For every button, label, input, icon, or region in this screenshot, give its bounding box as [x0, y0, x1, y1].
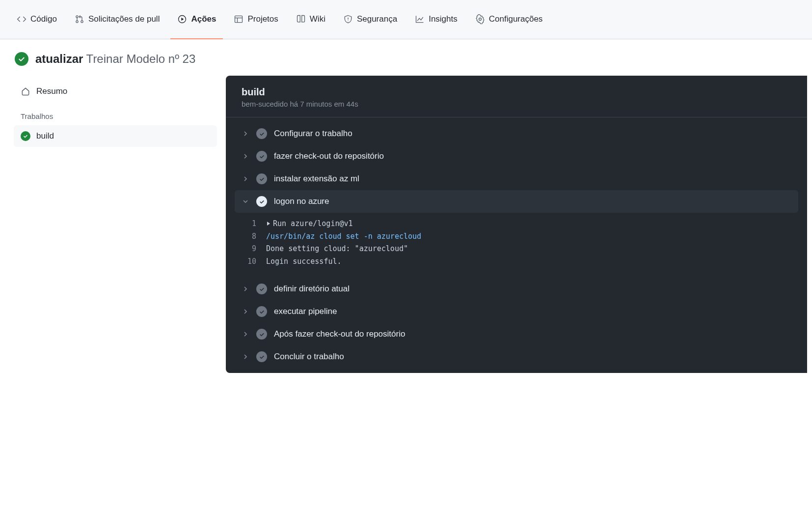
home-icon	[21, 86, 30, 96]
step-row[interactable]: definir diretório atual	[235, 278, 798, 300]
run-title: atualizar Treinar Modelo nº 23	[35, 52, 195, 66]
chevron-right-icon	[242, 330, 249, 338]
panel-title: build	[242, 86, 791, 98]
caret-right-icon[interactable]	[266, 218, 271, 230]
tab-security[interactable]: Segurança	[336, 0, 404, 39]
step-row[interactable]: executar pipeline	[235, 300, 798, 323]
shield-icon	[343, 14, 353, 24]
step-row[interactable]: logon no azure	[235, 190, 798, 213]
tab-label: Projetos	[247, 14, 278, 24]
step-success-icon	[256, 196, 267, 207]
nav-tabs: Código Solicitações de pull Ações Projet…	[10, 0, 549, 39]
chevron-down-icon	[242, 198, 249, 205]
chevron-right-icon	[242, 353, 249, 361]
gear-icon	[475, 14, 485, 24]
log-line-text: /usr/bin/az cloud set -n azurecloud	[266, 230, 421, 243]
project-icon	[234, 14, 244, 24]
tab-projects[interactable]: Projetos	[227, 0, 285, 39]
step-row[interactable]: instalar extensão az ml	[235, 168, 798, 190]
svg-point-2	[81, 20, 83, 22]
tab-label: Solicitações de pull	[88, 14, 160, 24]
sidebar-summary[interactable]: Resumo	[14, 81, 217, 102]
log-output: 1 Run azure/login@v18/usr/bin/az cloud s…	[235, 213, 798, 278]
step-label: instalar extensão az ml	[274, 174, 359, 184]
sidebar-job-build[interactable]: build	[14, 125, 217, 147]
step-success-icon	[256, 351, 267, 362]
tab-pull-requests[interactable]: Solicitações de pull	[68, 0, 167, 39]
step-success-icon	[256, 173, 267, 184]
panel-subtitle: bem-sucedido há 7 minutos em 44s	[242, 100, 791, 108]
svg-point-9	[348, 20, 348, 21]
svg-rect-5	[235, 16, 243, 22]
step-row[interactable]: Concluir o trabalho	[235, 345, 798, 368]
run-title-rest: Treinar Modelo nº 23	[86, 52, 196, 65]
log-line-text: Login successful.	[266, 256, 342, 268]
svg-marker-4	[182, 17, 184, 21]
workflow-run-header: atualizar Treinar Modelo nº 23	[0, 39, 812, 76]
svg-point-10	[479, 18, 481, 20]
run-title-bold: atualizar	[35, 52, 83, 65]
tab-settings[interactable]: Configurações	[468, 0, 550, 39]
tab-label: Ações	[191, 14, 216, 24]
step-success-icon	[256, 128, 267, 139]
main-layout: Resumo Trabalhos build build bem-sucedid…	[0, 76, 812, 373]
log-line-text: Run azure/login@v1	[266, 218, 353, 230]
tab-label: Configurações	[489, 14, 543, 24]
svg-point-0	[76, 15, 78, 17]
tab-code[interactable]: Código	[10, 0, 64, 39]
log-line-number: 1	[242, 218, 256, 230]
step-label: fazer check-out do repositório	[274, 151, 384, 161]
log-line-text: Done setting cloud: "azurecloud"	[266, 243, 408, 256]
sidebar-item-label: Resumo	[36, 86, 67, 96]
chevron-right-icon	[242, 175, 249, 183]
tab-label: Insights	[429, 14, 458, 24]
book-icon	[296, 14, 306, 24]
step-label: definir diretório atual	[274, 284, 350, 294]
sidebar-item-label: build	[36, 131, 54, 141]
tab-label: Wiki	[310, 14, 325, 24]
tab-insights[interactable]: Insights	[408, 0, 464, 39]
step-success-icon	[256, 329, 267, 340]
repo-nav: Código Solicitações de pull Ações Projet…	[0, 0, 812, 39]
tab-wiki[interactable]: Wiki	[289, 0, 332, 39]
log-panel: build bem-sucedido há 7 minutos em 44s C…	[226, 76, 807, 373]
tab-label: Segurança	[357, 14, 397, 24]
chevron-right-icon	[242, 308, 249, 315]
sidebar: Resumo Trabalhos build	[5, 76, 226, 373]
step-success-icon	[256, 306, 267, 317]
chevron-right-icon	[242, 285, 249, 293]
step-label: executar pipeline	[274, 307, 337, 316]
log-line: 9Done setting cloud: "azurecloud"	[242, 243, 791, 256]
chevron-right-icon	[242, 130, 249, 138]
log-line: 1 Run azure/login@v1	[242, 218, 791, 230]
step-row[interactable]: Após fazer check-out do repositório	[235, 323, 798, 345]
step-label: Após fazer check-out do repositório	[274, 329, 405, 339]
log-line: 8/usr/bin/az cloud set -n azurecloud	[242, 230, 791, 243]
log-line-number: 8	[242, 230, 256, 243]
step-row[interactable]: fazer check-out do repositório	[235, 145, 798, 168]
step-label: logon no azure	[274, 197, 329, 206]
log-line-number: 10	[242, 256, 256, 268]
step-label: Configurar o trabalho	[274, 129, 352, 139]
svg-marker-11	[267, 222, 270, 226]
job-success-icon	[21, 131, 30, 141]
step-label: Concluir o trabalho	[274, 352, 344, 362]
step-success-icon	[256, 151, 267, 162]
tab-label: Código	[30, 14, 57, 24]
log-line-number: 9	[242, 243, 256, 256]
code-icon	[17, 14, 27, 24]
svg-point-1	[76, 20, 78, 22]
panel-header: build bem-sucedido há 7 minutos em 44s	[226, 76, 807, 117]
git-pull-request-icon	[75, 14, 84, 24]
chevron-right-icon	[242, 152, 249, 160]
status-success-icon	[15, 52, 28, 66]
step-success-icon	[256, 284, 267, 294]
sidebar-jobs-heading: Trabalhos	[14, 102, 217, 125]
log-line: 10Login successful.	[242, 256, 791, 268]
tab-actions[interactable]: Ações	[170, 0, 223, 39]
play-circle-icon	[177, 14, 187, 24]
steps-list: Configurar o trabalhofazer check-out do …	[226, 117, 807, 373]
step-row[interactable]: Configurar o trabalho	[235, 122, 798, 145]
graph-icon	[415, 14, 425, 24]
